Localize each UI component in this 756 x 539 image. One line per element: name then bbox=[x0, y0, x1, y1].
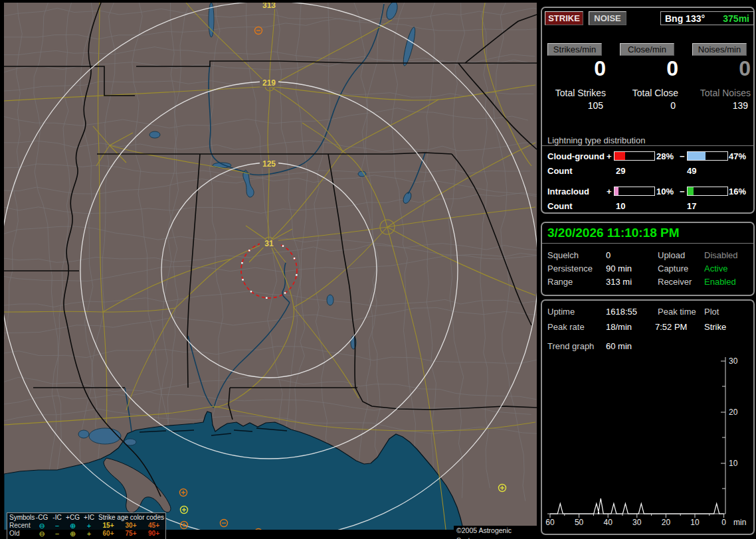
close-rate-value: 0 bbox=[666, 56, 678, 80]
close-per-min-button[interactable]: Close/min bbox=[620, 43, 674, 56]
plus-sign: + bbox=[607, 187, 612, 196]
receiver-status: Enabled bbox=[704, 277, 736, 287]
plus-sign: + bbox=[607, 151, 612, 161]
total-strikes-label: Total Strikes bbox=[555, 88, 606, 98]
distribution-title: Lightning type distribution bbox=[547, 135, 645, 145]
plot-mode-value: Strike bbox=[704, 322, 726, 332]
old-plus-icon: + bbox=[81, 530, 97, 538]
legend-age-header: Strike age color codes bbox=[97, 514, 165, 522]
old-circle-plus-icon: ⊕ bbox=[64, 530, 81, 538]
copyright-label: ©2005 Astrogenic Systems bbox=[454, 526, 538, 536]
svg-text:20: 20 bbox=[662, 518, 671, 527]
cg-negative-count: 49 bbox=[687, 166, 696, 176]
minus-sign: − bbox=[680, 151, 685, 161]
strikes-counter-column: Strikes/min 0 Total Strikes 105 bbox=[547, 8, 606, 121]
trend-graph-label: Trend graph bbox=[547, 341, 594, 351]
peak-rate-value: 18/min bbox=[606, 322, 632, 332]
peak-rate-label: Peak rate bbox=[547, 322, 585, 332]
svg-text:30: 30 bbox=[729, 356, 738, 366]
map-legend: Symbols -CG -IC +CG +IC Strike age color… bbox=[7, 512, 166, 539]
minus-sign: − bbox=[680, 187, 685, 196]
range-ring-label-313: 313 bbox=[262, 1, 276, 10]
distribution-divider bbox=[542, 145, 753, 146]
datetime-display: 3/20/2026 11:10:18 PM bbox=[547, 226, 680, 240]
total-noises-label: Total Noises bbox=[700, 88, 751, 98]
legend-row-old: Old bbox=[7, 530, 34, 538]
plot-label: Plot bbox=[704, 307, 719, 317]
svg-text:0: 0 bbox=[721, 518, 726, 527]
cloud-ground-row: Cloud-ground + 28% − 47% bbox=[542, 151, 753, 161]
ic-negative-percent: 16% bbox=[729, 187, 746, 196]
strikes-per-min-button[interactable]: Strikes/min bbox=[547, 43, 602, 56]
svg-text:40: 40 bbox=[604, 518, 613, 527]
legend-col-ncg: -CG bbox=[34, 514, 50, 522]
count-label: Count bbox=[547, 166, 573, 176]
recent-circle-plus-icon: ⊕ bbox=[64, 522, 81, 530]
total-close-label: Total Close bbox=[632, 88, 678, 98]
legend-col-pcg: +CG bbox=[64, 514, 81, 522]
recent-circle-minus-icon: ⊖ bbox=[34, 522, 50, 530]
cg-positive-bar bbox=[614, 151, 655, 161]
capture-status: Active bbox=[704, 264, 727, 273]
counters-panel: STRIKE NOISE Bng 133° 375mi Strikes/min … bbox=[541, 7, 755, 214]
age-75: 75+ bbox=[120, 530, 142, 538]
squelch-label: Squelch bbox=[547, 250, 579, 260]
svg-text:50: 50 bbox=[575, 518, 584, 527]
legend-col-nic: -IC bbox=[50, 514, 64, 522]
intracloud-row: Intracloud + 10% − 16% bbox=[542, 187, 753, 196]
trend-line bbox=[550, 499, 724, 514]
noises-per-min-button[interactable]: Noises/min bbox=[692, 43, 747, 56]
noises-rate-value: 0 bbox=[739, 56, 751, 80]
svg-text:10: 10 bbox=[729, 459, 738, 468]
x-axis-unit: min bbox=[733, 518, 746, 527]
upload-status: Disabled bbox=[704, 250, 738, 260]
cg-negative-percent: 47% bbox=[729, 151, 746, 161]
datetime-divider bbox=[542, 243, 753, 244]
legend-symbols-header: Symbols bbox=[7, 514, 34, 522]
capture-label: Capture bbox=[658, 264, 688, 273]
age-30: 30+ bbox=[120, 522, 142, 530]
noises-counter-column: Noises/min 0 Total Noises 139 bbox=[692, 8, 751, 121]
age-45: 45+ bbox=[142, 522, 165, 530]
uptime-value: 1618:55 bbox=[606, 307, 637, 317]
recent-plus-icon: + bbox=[81, 522, 97, 530]
svg-text:20: 20 bbox=[729, 408, 738, 417]
receiver-label: Receiver bbox=[658, 277, 692, 287]
ic-positive-percent: 10% bbox=[656, 187, 674, 196]
graph-tick-labels: 60 50 40 30 20 10 0 min 30 20 10 bbox=[545, 356, 746, 527]
cg-positive-count: 29 bbox=[616, 166, 625, 176]
count-label: Count bbox=[547, 201, 573, 211]
map-display[interactable]: 31321912531 Symbols -CG -IC +CG +IC Stri… bbox=[0, 0, 538, 539]
status-panel: 3/20/2026 11:10:18 PM Squelch 0 Upload D… bbox=[541, 222, 755, 296]
close-counter-column: Close/min 0 Total Close 0 bbox=[620, 8, 678, 121]
persistence-value: 90 min bbox=[606, 264, 632, 273]
age-15: 15+ bbox=[97, 522, 120, 530]
peak-time-label: Peak time bbox=[658, 307, 696, 317]
cg-negative-bar bbox=[687, 151, 728, 161]
svg-text:10: 10 bbox=[690, 518, 700, 527]
old-minus-icon: − bbox=[50, 530, 64, 538]
age-60: 60+ bbox=[97, 530, 120, 538]
persistence-label: Persistence bbox=[547, 264, 593, 273]
squelch-value: 0 bbox=[606, 250, 611, 260]
peak-time-value: 7:52 PM bbox=[655, 322, 687, 332]
map-canvas: 31321912531 bbox=[0, 0, 538, 539]
legend-row-recent: Recent bbox=[7, 522, 34, 530]
strikes-rate-value: 0 bbox=[594, 56, 606, 80]
strike-circle-plus bbox=[255, 529, 262, 536]
ic-negative-bar bbox=[687, 187, 728, 196]
trend-panel: Uptime 1618:55 Peak time Plot Peak rate … bbox=[541, 299, 755, 535]
cloud-ground-count-row: Count 29 49 bbox=[542, 166, 753, 176]
upload-label: Upload bbox=[658, 250, 685, 260]
range-ring-label-31: 31 bbox=[264, 239, 274, 248]
recent-minus-icon: − bbox=[50, 522, 64, 530]
range-ring-label-125: 125 bbox=[262, 159, 276, 169]
intracloud-count-row: Count 10 17 bbox=[542, 201, 753, 211]
total-close-value: 0 bbox=[670, 100, 676, 111]
age-90: 90+ bbox=[142, 530, 165, 538]
intracloud-label: Intracloud bbox=[547, 187, 589, 196]
old-circle-minus-icon: ⊖ bbox=[34, 530, 50, 538]
svg-text:60: 60 bbox=[545, 518, 555, 527]
range-label: Range bbox=[547, 277, 573, 287]
trend-graph: 60 50 40 30 20 10 0 min 30 20 10 bbox=[542, 301, 753, 534]
